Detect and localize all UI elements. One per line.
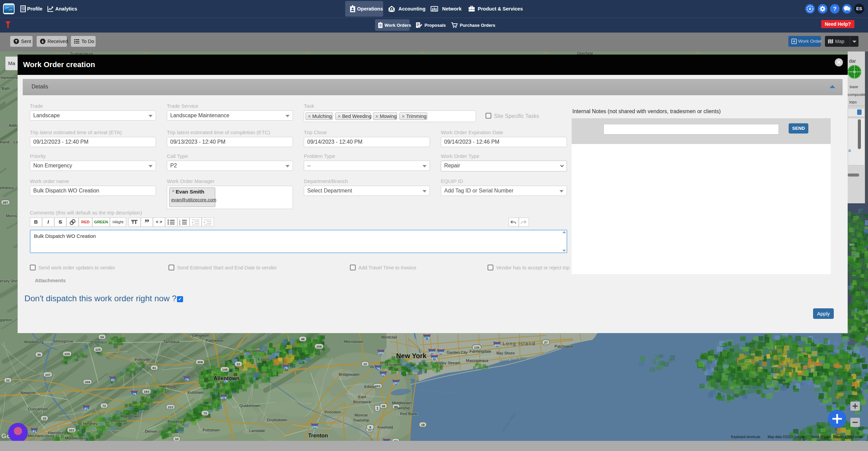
svg-text:Easton: Easton xyxy=(258,357,270,361)
svg-text:22: 22 xyxy=(237,362,240,366)
svg-text:10: 10 xyxy=(175,437,179,441)
svg-text:81: 81 xyxy=(33,429,36,433)
svg-text:Doylestown: Doylestown xyxy=(267,418,287,422)
svg-text:225: 225 xyxy=(64,352,70,356)
svg-text:Trenton: Trenton xyxy=(308,433,328,438)
svg-text:Ma: Ma xyxy=(8,60,15,66)
svg-text:Tamaqua: Tamaqua xyxy=(163,340,179,344)
svg-text:Reading: Reading xyxy=(168,419,182,424)
svg-text:9: 9 xyxy=(369,425,371,429)
svg-text:81: 81 xyxy=(111,378,115,382)
svg-text:Keyboard shortcuts: Keyboard shortcuts xyxy=(731,435,760,439)
svg-text:Edison: Edison xyxy=(364,385,376,389)
svg-text:222: 222 xyxy=(168,405,173,409)
svg-text:Middletown: Middletown xyxy=(65,436,84,440)
svg-text:Patchogue: Patchogue xyxy=(555,344,573,348)
svg-text:Morristown: Morristown xyxy=(344,340,363,344)
svg-text:78: 78 xyxy=(284,366,288,370)
svg-text:Middletown: Middletown xyxy=(392,401,412,405)
svg-text:135: 135 xyxy=(474,346,480,349)
svg-text:Bay Shore: Bay Shore xyxy=(496,351,515,355)
svg-text:295: 295 xyxy=(438,351,444,354)
svg-text:$: $ xyxy=(391,7,392,11)
svg-text:145: 145 xyxy=(222,368,228,371)
svg-text:Middleburg: Middleburg xyxy=(24,340,44,344)
svg-text:Garden City: Garden City xyxy=(447,350,468,354)
svg-text:78: 78 xyxy=(376,367,380,370)
svg-text:495: 495 xyxy=(494,343,500,347)
svg-text:Township: Township xyxy=(394,406,410,410)
svg-text:73: 73 xyxy=(203,411,207,415)
svg-text:Report a map error: Report a map error xyxy=(833,435,862,439)
svg-text:46: 46 xyxy=(301,337,305,341)
svg-text:27: 27 xyxy=(544,341,548,344)
svg-text:Hamburg: Hamburg xyxy=(159,384,175,388)
svg-text:78: 78 xyxy=(185,377,189,381)
svg-text:ganton: ganton xyxy=(0,318,12,322)
svg-text:Allentown: Allentown xyxy=(214,375,239,381)
svg-text:New York: New York xyxy=(396,352,427,360)
svg-text:Pottstown: Pottstown xyxy=(203,428,220,432)
svg-text:72: 72 xyxy=(102,404,106,408)
svg-text:Morris: Morris xyxy=(6,214,17,218)
svg-text:322: 322 xyxy=(69,428,74,432)
svg-text:Selinsgrove: Selinsgrove xyxy=(53,339,73,343)
svg-text:wn: wn xyxy=(849,242,854,246)
svg-text:125: 125 xyxy=(95,348,101,351)
svg-text:61: 61 xyxy=(153,366,156,370)
svg-text:Montclair: Montclair xyxy=(381,335,397,339)
svg-text:Bridgewater: Bridgewater xyxy=(339,372,360,376)
svg-text:95: 95 xyxy=(381,373,385,376)
svg-text:35: 35 xyxy=(382,404,386,408)
svg-text:Elizabeth: Elizabeth xyxy=(387,363,402,367)
svg-text:81: 81 xyxy=(84,407,88,410)
svg-text:Freehold: Freehold xyxy=(377,425,393,429)
svg-text:Farmingdale: Farmingdale xyxy=(470,349,491,353)
svg-text:Long Island: Long Island xyxy=(503,341,536,346)
svg-text:?: ? xyxy=(833,6,836,12)
svg-text:Lansdale: Lansdale xyxy=(249,429,265,433)
svg-text:Lebanon: Lebanon xyxy=(111,419,126,423)
svg-text:ersey Sho: ersey Sho xyxy=(0,279,18,283)
svg-text:Myerstown: Myerstown xyxy=(120,414,139,418)
svg-text:495: 495 xyxy=(429,350,435,354)
svg-text:East: East xyxy=(358,395,366,399)
svg-text:kland: kland xyxy=(0,140,9,144)
svg-text:Mechanicsburg: Mechanicsburg xyxy=(28,434,54,438)
svg-text:183: 183 xyxy=(144,390,149,393)
svg-text:22: 22 xyxy=(6,378,10,382)
svg-text:287: 287 xyxy=(3,201,8,204)
svg-text:Pottsville: Pottsville xyxy=(135,357,150,362)
svg-text:295: 295 xyxy=(312,425,318,429)
svg-text:ellsboro: ellsboro xyxy=(0,186,14,190)
svg-text:Va: Va xyxy=(369,365,374,369)
svg-text:18: 18 xyxy=(421,423,425,427)
svg-text:309: 309 xyxy=(197,360,203,364)
svg-text:54: 54 xyxy=(100,335,104,339)
svg-text:278: 278 xyxy=(424,336,430,340)
svg-text:280: 280 xyxy=(378,351,383,355)
svg-text:Hammond: Hammond xyxy=(1,76,19,80)
svg-text:Lehighton: Lehighton xyxy=(192,333,210,337)
svg-text:Kutztown: Kutztown xyxy=(188,390,203,394)
svg-text:Newport: Newport xyxy=(21,391,36,395)
svg-text:Princeton: Princeton xyxy=(324,410,341,414)
svg-text:Duncannon: Duncannon xyxy=(28,407,48,411)
svg-text:Brunswick: Brunswick xyxy=(353,400,371,404)
svg-text:Monroe: Monroe xyxy=(355,413,368,417)
svg-text:15: 15 xyxy=(43,416,46,420)
svg-text:Hershey: Hershey xyxy=(83,422,98,426)
svg-text:Valley Stream: Valley Stream xyxy=(436,361,460,365)
svg-text:147: 147 xyxy=(45,373,51,376)
svg-text:206: 206 xyxy=(316,345,322,348)
svg-text:35: 35 xyxy=(37,353,41,356)
svg-text:476: 476 xyxy=(221,396,226,399)
svg-text:78: 78 xyxy=(133,392,136,396)
svg-text:Massapequa: Massapequa xyxy=(466,358,488,363)
svg-text:3: 3 xyxy=(179,223,180,226)
svg-text:1: 1 xyxy=(376,407,378,410)
svg-text:T: T xyxy=(134,219,138,225)
svg-text:Nazareth: Nazareth xyxy=(245,349,261,353)
svg-text:22: 22 xyxy=(363,362,367,366)
svg-text:678: 678 xyxy=(432,356,437,360)
